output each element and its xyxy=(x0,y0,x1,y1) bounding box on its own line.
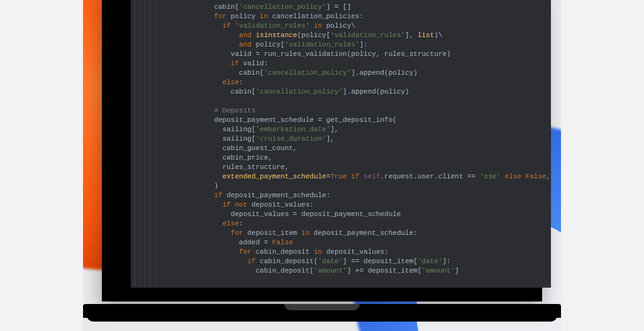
code-token: policy xyxy=(226,13,260,20)
code-line[interactable]: cabin_deposit['amount'] += deposit_item[… xyxy=(156,266,551,276)
code-line[interactable]: ) xyxy=(156,182,551,191)
code-token: deposit_values: xyxy=(247,201,314,209)
code-token: ) xyxy=(214,182,218,190)
code-token: extended_payment_schedule xyxy=(223,173,326,180)
code-viewport[interactable]: cabin['cancellation_policy'] = [] for po… xyxy=(156,0,551,288)
code-token: False xyxy=(272,239,293,246)
code-token: else xyxy=(505,173,521,180)
code-token: 'cancellation_policy' xyxy=(239,3,326,11)
code-token: isinstance xyxy=(255,31,297,39)
code-line[interactable]: if valid: xyxy=(156,59,551,68)
code-token: else xyxy=(223,220,239,227)
code-token: ].append(policy) xyxy=(351,69,418,77)
code-token: cabin_deposit xyxy=(252,248,314,256)
laptop-base xyxy=(83,304,561,327)
code-token: for xyxy=(239,248,252,256)
code-token: cabin_deposit[ xyxy=(255,258,318,265)
code-token: deposit_payment_schedule: xyxy=(309,229,418,237)
code-line[interactable]: if 'validation_rules' in policy\ xyxy=(156,21,551,31)
code-token: and xyxy=(239,41,252,48)
stage: cabin['cancellation_policy'] = [] for po… xyxy=(0,0,644,331)
code-token xyxy=(309,22,314,30)
code-line[interactable]: for policy in cancellation_policies: xyxy=(156,12,551,21)
code-token: policy[ xyxy=(252,41,285,48)
code-token: ] xyxy=(455,267,459,274)
code-token: for xyxy=(231,229,243,237)
code-token: if xyxy=(351,173,359,180)
code-token: .request.user.client == xyxy=(380,173,480,180)
code-token: ] += deposit_item[ xyxy=(347,267,422,274)
code-token: : xyxy=(239,79,243,86)
code-line[interactable]: if not deposit_values: xyxy=(156,200,551,210)
editor-gutter xyxy=(131,0,157,288)
code-token xyxy=(521,173,526,180)
code-token: ], xyxy=(330,126,338,133)
code-line[interactable]: cabin['cancellation_policy'].append(poli… xyxy=(156,87,551,97)
laptop-mockup: cabin['cancellation_policy'] = [] for po… xyxy=(83,0,561,327)
code-token: deposit_values = deposit_payment_schedul… xyxy=(231,210,401,218)
code-token: 'sse' xyxy=(480,173,501,180)
code-token xyxy=(501,173,505,180)
code-token: if xyxy=(247,258,255,265)
code-token: 'embarkation_date' xyxy=(255,126,330,133)
code-token: : xyxy=(239,220,243,227)
code-token: valid = run_rules_validation(policy, rul… xyxy=(231,50,451,58)
code-token: ], xyxy=(326,135,335,143)
code-line[interactable]: for deposit_item in deposit_payment_sche… xyxy=(156,229,551,238)
code-line[interactable]: for cabin_deposit in deposit_values: xyxy=(156,247,551,257)
code-token: cabin[ xyxy=(214,3,239,11)
code-token: if xyxy=(231,60,239,67)
code-line[interactable]: added = False xyxy=(156,238,551,247)
code-line[interactable]: cabin_price, xyxy=(156,153,551,163)
code-token: ] = [] xyxy=(326,3,352,11)
code-token: rules_structure, xyxy=(223,163,289,171)
code-token: deposit_payment_schedule: xyxy=(223,192,331,199)
code-token: ]: xyxy=(359,41,367,48)
code-token: else xyxy=(223,79,239,86)
editor-screen: cabin['cancellation_policy'] = [] for po… xyxy=(131,0,551,288)
code-line[interactable]: rules_structure, xyxy=(156,163,551,172)
code-token: list xyxy=(418,31,434,39)
code-token: deposit_payment_schedule = get_deposit_i… xyxy=(214,116,396,124)
code-line[interactable]: # Deposits xyxy=(156,106,551,116)
code-token: not xyxy=(235,201,247,209)
code-token: 'date' xyxy=(418,258,443,265)
code-token: for xyxy=(214,13,226,20)
code-token: 'cancellation_policy' xyxy=(264,69,352,77)
code-line[interactable]: sailing['cruise_duration'], xyxy=(156,134,551,144)
code-line[interactable]: extended_payment_schedule=True if self.r… xyxy=(156,172,551,182)
code-line[interactable]: cabin_guest_count, xyxy=(156,144,551,153)
code-line[interactable] xyxy=(156,97,551,106)
code-line[interactable]: cabin['cancellation_policy'] = [] xyxy=(156,3,551,12)
code-token: True xyxy=(330,173,347,180)
code-line[interactable]: if cabin_deposit['date'] == deposit_item… xyxy=(156,257,551,266)
code-line[interactable]: valid = run_rules_validation(policy, rul… xyxy=(156,50,551,59)
code-token: added = xyxy=(239,239,272,246)
code-line[interactable]: if deposit_payment_schedule: xyxy=(156,191,551,200)
code-line[interactable]: and isinstance(policy['validation_rules'… xyxy=(156,31,551,40)
code-token: , xyxy=(547,173,551,180)
code-token: ], xyxy=(405,31,418,39)
code-line[interactable]: and policy['validation_rules']: xyxy=(156,40,551,50)
code-token: cancellation_policies: xyxy=(268,13,364,20)
code-token: )\ xyxy=(434,31,442,39)
code-token: 'validation_rules' xyxy=(285,41,360,48)
code-token: 'cruise_duration' xyxy=(255,135,326,143)
code-token: 'date' xyxy=(318,258,343,265)
code-token: policy\ xyxy=(322,22,355,30)
code-token: if xyxy=(223,201,231,209)
code-line[interactable]: else: xyxy=(156,78,551,87)
code-line[interactable]: deposit_values = deposit_payment_schedul… xyxy=(156,210,551,219)
code-token: (policy[ xyxy=(297,31,330,39)
code-token: ].append(policy) xyxy=(343,88,409,95)
code-token: valid: xyxy=(239,60,268,67)
code-token: deposit_item xyxy=(243,229,301,237)
code-token: if xyxy=(223,22,231,30)
laptop-bezel: cabin['cancellation_policy'] = [] for po… xyxy=(102,0,542,301)
code-token: if xyxy=(214,192,222,199)
code-line[interactable]: cabin['cancellation_policy'].append(poli… xyxy=(156,68,551,78)
code-line[interactable]: deposit_payment_schedule = get_deposit_i… xyxy=(156,116,551,125)
code-line[interactable]: else: xyxy=(156,219,551,229)
code-token: cabin_price, xyxy=(223,154,272,161)
code-line[interactable]: sailing['embarkation_date'], xyxy=(156,125,551,134)
